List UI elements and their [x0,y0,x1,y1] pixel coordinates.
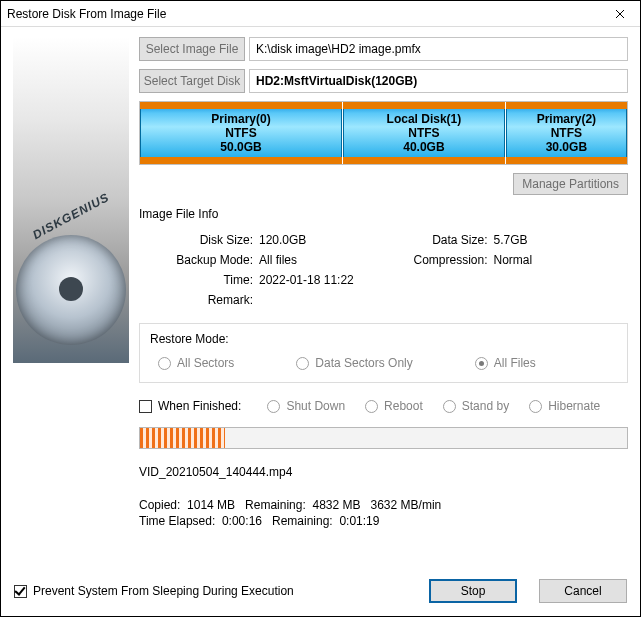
when-finished-radio-stand-by[interactable]: Stand by [443,399,509,413]
radio-label: All Sectors [177,356,234,370]
when-finished-radio-shut-down[interactable]: Shut Down [267,399,345,413]
copied-value: 1014 MB [187,498,235,512]
partition-2[interactable]: Primary(2)NTFS30.0GB [506,102,627,164]
sidebar-illustration-pane: DISKGENIUS [13,37,129,529]
window-title: Restore Disk From Image File [7,7,600,21]
partition-size: 30.0GB [546,140,587,154]
radio-label: Data Sectors Only [315,356,412,370]
backup-mode-value: All files [259,253,392,267]
image-file-info-title: Image File Info [139,207,628,221]
remaining-mb-label: Remaining: [245,498,306,512]
partition-fs: NTFS [551,126,582,140]
footer: Prevent System From Sleeping During Exec… [0,569,641,617]
time-label: Time: [169,273,253,287]
disk-illustration: DISKGENIUS [13,37,129,363]
partition-fs: NTFS [408,126,439,140]
restore-mode-radio-data-sectors-only[interactable]: Data Sectors Only [296,356,412,370]
restore-mode-group: Restore Mode: All SectorsData Sectors On… [139,323,628,383]
prevent-sleep-label: Prevent System From Sleeping During Exec… [33,584,294,598]
when-finished-radio-hibernate[interactable]: Hibernate [529,399,600,413]
data-size-label: Data Size: [398,233,488,247]
partition-name: Primary(2) [537,112,596,126]
image-file-info-grid: Disk Size: 120.0GB Data Size: 5.7GB Back… [139,229,628,309]
copied-label: Copied: [139,498,180,512]
titlebar: Restore Disk From Image File [1,1,640,27]
prevent-sleep-checkbox[interactable]: Prevent System From Sleeping During Exec… [14,584,294,598]
restore-mode-title: Restore Mode: [150,332,617,346]
checkbox-icon [139,400,152,413]
radio-label: Stand by [462,399,509,413]
radio-icon [443,400,456,413]
partition-0[interactable]: Primary(0)NTFS50.0GB [140,102,342,164]
partition-size: 40.0GB [403,140,444,154]
restore-mode-radio-all-files[interactable]: All Files [475,356,536,370]
radio-label: All Files [494,356,536,370]
compression-value: Normal [494,253,627,267]
when-finished-radio-reboot[interactable]: Reboot [365,399,423,413]
select-image-file-button[interactable]: Select Image File [139,37,245,61]
elapsed-value: 0:00:16 [222,514,262,528]
remark-label: Remark: [169,293,253,307]
data-size-value: 5.7GB [494,233,627,247]
remaining-time-value: 0:01:19 [339,514,379,528]
partition-name: Primary(0) [211,112,270,126]
select-target-disk-button[interactable]: Select Target Disk [139,69,245,93]
target-disk-field[interactable]: HD2:MsftVirtualDisk(120GB) [249,69,628,93]
radio-icon [529,400,542,413]
backup-mode-label: Backup Mode: [169,253,253,267]
radio-label: Reboot [384,399,423,413]
radio-icon [475,357,488,370]
radio-label: Shut Down [286,399,345,413]
progress-bar [139,427,628,449]
image-file-path-field[interactable]: K:\disk image\HD2 image.pmfx [249,37,628,61]
radio-icon [365,400,378,413]
checkbox-icon [14,585,27,598]
stop-button[interactable]: Stop [429,579,517,603]
remaining-mb-value: 4832 MB [312,498,360,512]
partition-band: Primary(0)NTFS50.0GBLocal Disk(1)NTFS40.… [139,101,628,165]
when-finished-checkbox[interactable]: When Finished: [139,399,241,413]
restore-mode-radio-all-sectors[interactable]: All Sectors [158,356,234,370]
time-value: 2022-01-18 11:22 [259,273,392,287]
radio-icon [296,357,309,370]
partition-1[interactable]: Local Disk(1)NTFS40.0GB [343,102,505,164]
when-finished-label: When Finished: [158,399,241,413]
partition-name: Local Disk(1) [387,112,462,126]
close-button[interactable] [600,1,640,27]
disk-size-value: 120.0GB [259,233,392,247]
rate-value: 3632 MB/min [371,498,442,512]
partition-fs: NTFS [225,126,256,140]
radio-icon [158,357,171,370]
transfer-stats: Copied: 1014 MB Remaining: 4832 MB 3632 … [139,497,628,529]
partition-size: 50.0GB [220,140,261,154]
manage-partitions-button[interactable]: Manage Partitions [513,173,628,195]
compression-label: Compression: [398,253,488,267]
radio-icon [267,400,280,413]
remark-value [259,293,392,307]
disk-size-label: Disk Size: [169,233,253,247]
remaining-time-label: Remaining: [272,514,333,528]
radio-label: Hibernate [548,399,600,413]
elapsed-label: Time Elapsed: [139,514,215,528]
cancel-button[interactable]: Cancel [539,579,627,603]
current-file-label: VID_20210504_140444.mp4 [139,465,628,479]
close-icon [615,9,625,19]
